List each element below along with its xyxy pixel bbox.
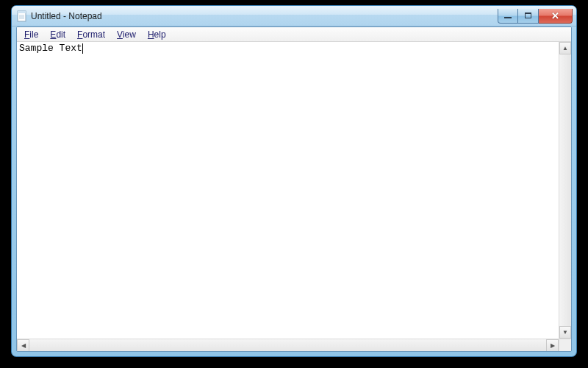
menu-format[interactable]: Format [71,28,111,41]
vertical-scrollbar[interactable]: ▲ ▼ [559,42,571,339]
horizontal-scroll-track[interactable] [29,339,546,351]
minimize-icon [504,16,512,18]
text-editor[interactable]: Sample Text [17,42,559,339]
vertical-scroll-track[interactable] [559,54,571,326]
menu-view[interactable]: View [111,28,142,41]
scroll-right-button[interactable]: ▶ [546,339,559,352]
menu-help[interactable]: Help [142,28,172,41]
client-area: File Edit Format View Help Sample Text ▲… [16,26,572,352]
chevron-up-icon: ▲ [562,46,568,52]
editor-text: Sample Text [19,43,82,54]
chevron-right-icon: ▶ [551,343,555,349]
window-controls: ✕ [498,9,573,24]
notepad-icon [16,10,28,22]
minimize-button[interactable] [498,9,518,24]
titlebar[interactable]: Untitled - Notepad ✕ [12,6,576,26]
scroll-down-button[interactable]: ▼ [559,326,571,339]
menu-edit[interactable]: Edit [44,28,71,41]
content-area: Sample Text ▲ ▼ ◀ ▶ [17,42,571,351]
menu-file[interactable]: File [18,28,44,41]
maximize-icon [525,13,531,18]
svg-rect-1 [18,11,26,13]
window-title: Untitled - Notepad [31,11,498,21]
text-caret [82,43,83,54]
horizontal-scrollbar[interactable]: ◀ ▶ [17,339,559,351]
chevron-down-icon: ▼ [562,330,568,336]
menubar: File Edit Format View Help [17,27,571,42]
scrollbar-corner [559,339,571,351]
close-button[interactable]: ✕ [539,9,573,24]
scroll-up-button[interactable]: ▲ [559,42,571,54]
notepad-window: Untitled - Notepad ✕ File Edit Format Vi… [11,5,577,357]
scroll-left-button[interactable]: ◀ [17,339,29,352]
chevron-left-icon: ◀ [21,343,26,349]
maximize-button[interactable] [518,9,539,24]
close-icon: ✕ [551,10,559,21]
